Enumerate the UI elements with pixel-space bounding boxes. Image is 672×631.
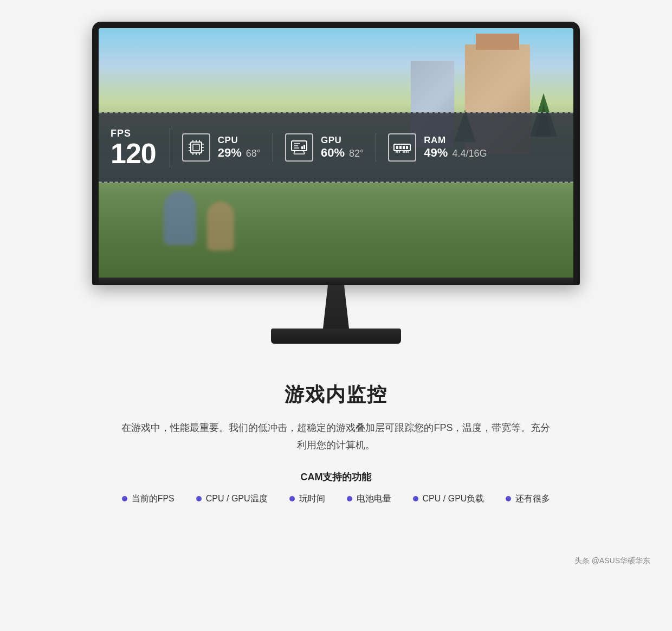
svg-rect-24	[396, 146, 398, 149]
gpu-values: 60% 82°	[321, 146, 364, 160]
feature-label-4: 电池电量	[357, 493, 391, 505]
feature-item-1: 当前的FPS	[122, 493, 175, 505]
svg-rect-22	[303, 145, 305, 149]
ram-values: 49% 4.4/16G	[424, 146, 487, 160]
cpu-label: CPU	[218, 135, 261, 146]
svg-rect-0	[191, 142, 202, 153]
overlay-bar: FPS 120	[99, 112, 573, 183]
gpu-icon	[285, 133, 313, 162]
ram-percent: 49%	[424, 146, 448, 160]
bullet-icon-5	[413, 496, 418, 501]
ram-info: RAM 49% 4.4/16G	[424, 135, 487, 160]
cpu-icon	[182, 133, 210, 162]
character-1	[164, 191, 196, 245]
stand-base	[271, 329, 401, 344]
ram-usage: 4.4/16G	[452, 148, 487, 159]
monitor-frame: FPS 120	[92, 22, 580, 285]
svg-rect-26	[403, 146, 405, 149]
character-2	[207, 202, 234, 250]
svg-rect-25	[399, 146, 402, 149]
main-title: 游戏内监控	[33, 382, 639, 408]
bullet-icon-2	[196, 496, 202, 501]
ram-section: RAM 49% 4.4/16G	[376, 133, 499, 162]
features-list: 当前的FPS CPU / GPU温度 玩时间 电池电量 CPU / GPU负载 …	[33, 493, 639, 505]
ram-icon	[388, 133, 416, 162]
gpu-label: GPU	[321, 135, 364, 146]
description: 在游戏中，性能最重要。我们的低冲击，超稳定的游戏叠加层可跟踪您的FPS，温度，带…	[119, 419, 553, 454]
watermark: 头条 @ASUS华硕华东	[574, 556, 650, 566]
bullet-icon-3	[289, 496, 295, 501]
feature-label-5: CPU / GPU负载	[423, 493, 484, 505]
cpu-temp: 68°	[246, 148, 261, 159]
gpu-info: GPU 60% 82°	[321, 135, 364, 160]
svg-rect-1	[193, 144, 199, 151]
gpu-section: GPU 60% 82°	[273, 133, 376, 162]
feature-item-4: 电池电量	[347, 493, 391, 505]
feature-item-5: CPU / GPU负载	[413, 493, 484, 505]
feature-label-3: 玩时间	[299, 493, 325, 505]
feature-item-6: 还有很多	[506, 493, 550, 505]
monitor-screen: FPS 120	[99, 28, 573, 278]
fps-section: FPS 120	[105, 128, 170, 168]
feature-label-6: 还有很多	[515, 493, 550, 505]
bullet-icon-1	[122, 496, 127, 501]
monitor-stand	[92, 285, 580, 344]
fps-value: 120	[111, 139, 156, 168]
svg-rect-21	[301, 146, 303, 149]
cpu-percent: 29%	[218, 146, 242, 160]
monitor-section: FPS 120	[0, 0, 672, 360]
cpu-section: CPU 29% 68°	[170, 133, 273, 162]
ram-label: RAM	[424, 135, 487, 146]
cpu-values: 29% 68°	[218, 146, 261, 160]
feature-label-2: CPU / GPU温度	[206, 493, 268, 505]
features-title: CAM支持的功能	[33, 471, 639, 484]
cpu-info: CPU 29% 68°	[218, 135, 261, 160]
stand-neck	[320, 285, 352, 329]
bullet-icon-4	[347, 496, 352, 501]
svg-rect-27	[406, 146, 408, 149]
monitor-bottom-bar	[99, 278, 573, 285]
feature-item-3: 玩时间	[289, 493, 325, 505]
bullet-icon-6	[506, 496, 511, 501]
feature-item-2: CPU / GPU温度	[196, 493, 268, 505]
feature-label-1: 当前的FPS	[132, 493, 175, 505]
monitor-wrapper: FPS 120	[92, 22, 580, 344]
gpu-temp: 82°	[349, 148, 364, 159]
gpu-percent: 60%	[321, 146, 345, 160]
content-section: 游戏内监控 在游戏中，性能最重要。我们的低冲击，超稳定的游戏叠加层可跟踪您的FP…	[0, 360, 672, 526]
